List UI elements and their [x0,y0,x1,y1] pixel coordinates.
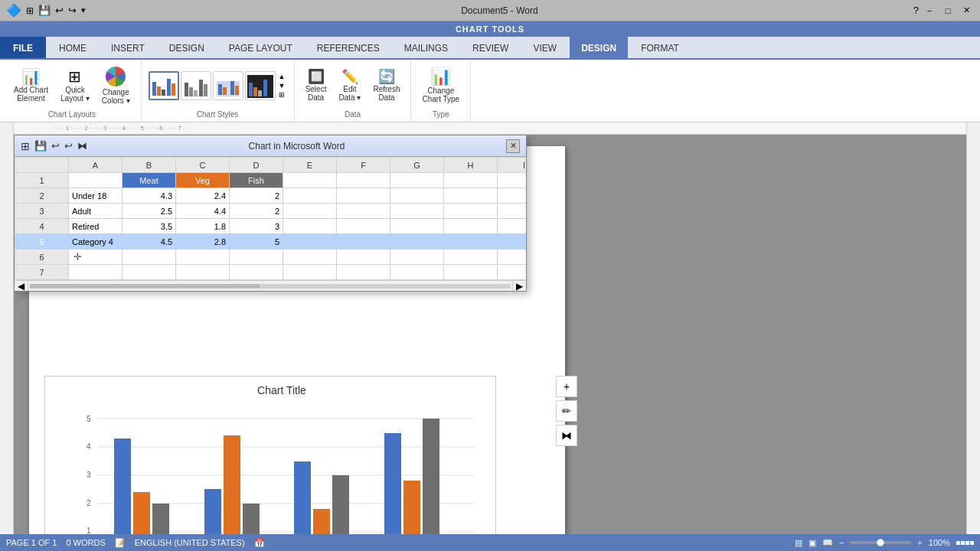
tab-design[interactable]: DESIGN [158,37,216,58]
cell-B3[interactable]: 2.5 [122,204,176,219]
cell-D7[interactable] [230,265,283,280]
cell-C1[interactable]: Veg [176,173,230,188]
tab-review[interactable]: REVIEW [461,37,520,58]
cell-H4[interactable] [444,219,498,234]
tab-view[interactable]: VIEW [521,37,568,58]
ss-filter-icon[interactable]: ⧓ [77,140,87,152]
col-header-G[interactable]: G [390,158,444,173]
zoom-slider[interactable] [850,541,911,544]
zoom-in-icon[interactable]: + [917,538,922,547]
grid-view-icon[interactable] [956,541,974,545]
scroll-thumb-h[interactable] [30,284,260,289]
cell-G3[interactable] [390,204,444,219]
cell-I5[interactable] [498,234,527,249]
ss-undo-icon[interactable]: ↩ [51,140,60,152]
cell-F1[interactable] [337,173,390,188]
cell-H1[interactable] [444,173,498,188]
cell-A7[interactable] [69,265,122,280]
col-header-D[interactable]: D [230,158,283,173]
cell-D2[interactable]: 2 [230,188,283,204]
cell-I4[interactable] [498,219,527,234]
cell-H6[interactable] [444,249,498,265]
cell-I1[interactable] [498,173,527,188]
quick-layout-button[interactable]: ⊞ QuickLayout ▾ [56,66,94,106]
chart-style-4[interactable] [245,71,276,100]
change-chart-type-button[interactable]: 📊 ChangeChart Type [417,65,464,106]
cell-H5[interactable] [444,234,498,249]
change-colors-button[interactable]: ChangeColors ▾ [97,64,135,108]
cell-I3[interactable] [498,204,527,219]
cell-B2[interactable]: 4.3 [122,188,176,204]
cell-G1[interactable] [390,173,444,188]
col-header-C[interactable]: C [176,158,230,173]
cell-A3[interactable]: Adult [69,204,122,219]
col-header-E[interactable]: E [283,158,337,173]
minimize-button[interactable]: − [922,3,937,18]
tab-mailings[interactable]: MAILINGS [393,37,459,58]
cell-H7[interactable] [444,265,498,280]
zoom-out-icon[interactable]: − [839,538,844,547]
cell-H3[interactable] [444,204,498,219]
ss-save-icon[interactable]: 💾 [34,140,47,152]
cell-E4[interactable] [283,219,337,234]
refresh-data-button[interactable]: 🔄 RefreshData [368,67,404,105]
cell-B4[interactable]: 3.5 [122,219,176,234]
scroll-right-btn[interactable]: ▶ [512,281,526,292]
chart-styles-side-button[interactable]: ✏ [556,400,577,422]
cell-A1[interactable] [69,173,122,188]
scroll-left-btn[interactable]: ◀ [15,281,28,292]
cell-I2[interactable] [498,188,527,204]
cell-A6[interactable]: ✛ [69,249,122,265]
cell-D5[interactable]: 5 [230,234,283,249]
cell-A5[interactable]: Category 4 [69,234,122,249]
tab-page-layout[interactable]: PAGE LAYOUT [217,37,304,58]
cell-I7[interactable] [498,265,527,280]
undo-icon[interactable]: ↩ [55,5,64,16]
view-read-icon[interactable]: 📖 [822,538,833,548]
cell-D1[interactable]: Fish [230,173,283,188]
cell-G2[interactable] [390,188,444,204]
horizontal-scrollbar[interactable]: ◀ ▶ [15,280,526,291]
save-icon[interactable]: 💾 [38,5,51,16]
cell-E6[interactable] [283,249,337,265]
chart-style-2[interactable] [181,71,211,100]
select-data-button[interactable]: 🔲 SelectData [301,67,332,105]
cell-C3[interactable]: 4.4 [176,204,230,219]
cell-I6[interactable] [498,249,527,265]
chart-filters-button[interactable]: ⧓ [556,425,577,446]
cell-B5[interactable]: 4.5 [122,234,176,249]
cell-G5[interactable] [390,234,444,249]
col-header-I[interactable]: I [498,158,527,173]
cell-B1[interactable]: Meat [122,173,176,188]
spreadsheet-close-button[interactable]: ✕ [506,139,520,153]
tab-references[interactable]: REFERENCES [305,37,391,58]
cell-G6[interactable] [390,249,444,265]
cell-D6[interactable] [230,249,283,265]
view-layout-icon[interactable]: ▣ [808,538,816,548]
tab-insert[interactable]: INSERT [100,37,156,58]
doc-scroll-area[interactable]: ⊞ 💾 ↩ ↩ ⧓ Chart in Microsoft Word ✕ [14,135,966,534]
tab-chart-design[interactable]: DESIGN [570,37,628,58]
col-header-F[interactable]: F [337,158,390,173]
cell-A2[interactable]: Under 18 [69,188,122,204]
cell-F2[interactable] [337,188,390,204]
cell-H2[interactable] [444,188,498,204]
chart-style-1[interactable] [149,71,179,100]
maximize-button[interactable]: □ [940,3,956,18]
zoom-thumb[interactable] [877,539,884,546]
cell-A4[interactable]: Retired [69,219,122,234]
help-icon[interactable]: ? [913,5,919,16]
cell-G7[interactable] [390,265,444,280]
chart-container[interactable]: Chart Title 0 1 2 3 4 5 [44,376,496,534]
col-header-H[interactable]: H [444,158,498,173]
cell-E1[interactable] [283,173,337,188]
cell-C2[interactable]: 2.4 [176,188,230,204]
tab-home[interactable]: HOME [47,37,98,58]
cell-E7[interactable] [283,265,337,280]
cell-D4[interactable]: 3 [230,219,283,234]
cell-F4[interactable] [337,219,390,234]
cell-C7[interactable] [176,265,230,280]
chart-style-3[interactable] [213,71,243,100]
cell-D3[interactable]: 2 [230,204,283,219]
col-header-A[interactable]: A [69,158,122,173]
